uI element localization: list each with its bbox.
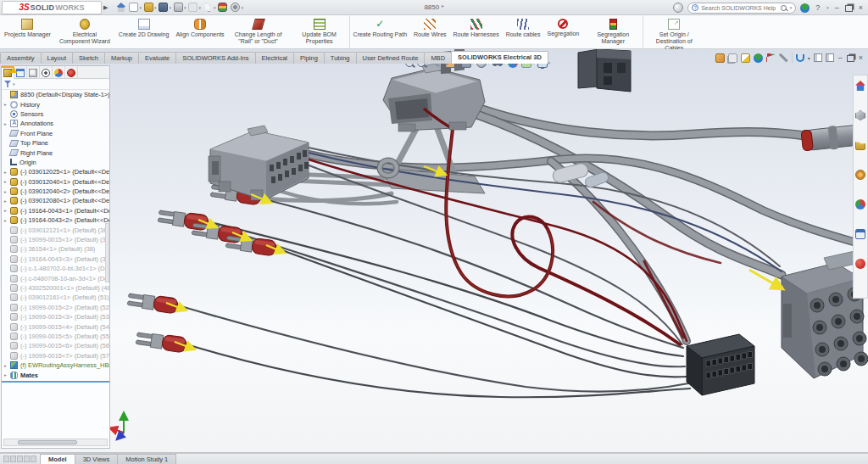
tree-row[interactable]: (-) 19164-0043<3> (Default) (39) <box>2 254 109 264</box>
view-palette-icon[interactable] <box>855 170 865 180</box>
set-origin-destination-button[interactable]: Set Origin / Destination of Cables <box>643 15 704 48</box>
tree-row[interactable]: (-) 19099-0015<3> (Default) (53) <box>2 312 109 321</box>
tree-row[interactable]: (-) 19099-0015<2> (Default) (52) <box>2 303 109 312</box>
route-harnesses-button[interactable]: Route Harnesses <box>450 15 503 48</box>
restore-button[interactable] <box>845 5 853 12</box>
study-tab[interactable]: 3D Views <box>75 454 119 464</box>
login-user-icon[interactable] <box>800 3 810 13</box>
home-icon[interactable] <box>116 3 126 12</box>
open-icon[interactable]: ▾ <box>144 3 157 12</box>
tree-row[interactable]: (-) 19099-0015<6> (Default) (56) <box>2 341 109 350</box>
tree-row[interactable]: (-) 039012161<1> (Default) (51) <box>2 293 109 302</box>
segregation-manager-button[interactable]: Segregation Manager <box>582 15 643 48</box>
command-tab[interactable]: SOLIDWORKS Add-Ins <box>175 52 255 64</box>
command-tab[interactable]: Assembly <box>0 52 42 64</box>
graphics-viewport[interactable] <box>0 49 868 453</box>
connector-dark-top-right[interactable] <box>578 49 631 92</box>
connector-black-16pin[interactable] <box>687 334 754 395</box>
expand-arrow-icon[interactable]: ▸ <box>4 208 10 213</box>
tree-row[interactable]: ▸ History <box>2 99 109 109</box>
dropdown-caret[interactable]: ▾ <box>241 5 243 10</box>
save-icon[interactable]: ▾ <box>159 3 171 12</box>
doc-minimize-button[interactable]: – <box>837 53 843 62</box>
dropdown-caret[interactable]: ▾ <box>548 60 551 65</box>
expand-arrow-icon[interactable]: ▸ <box>4 102 10 107</box>
tree-row[interactable]: (-) 19099-0015<4> (Default) (54) <box>2 321 109 331</box>
search-input[interactable] <box>701 5 777 11</box>
menu-flyout-icon[interactable]: ▶ <box>103 4 108 11</box>
rebuild-icon[interactable] <box>218 3 228 12</box>
tree-row[interactable]: (-) 039012121<1> (Default) (36) <box>2 225 109 234</box>
pane-toggle-icon[interactable] <box>814 53 822 62</box>
tree-row[interactable]: ▸ (f) EWRoutingAssyHarness_HB( <box>2 361 109 370</box>
segregation-button[interactable]: Segregation <box>544 15 583 48</box>
doc-close-button[interactable]: × <box>858 53 864 62</box>
route-wires-button[interactable]: Route Wires <box>410 15 450 48</box>
tree-row[interactable]: ▸ (-) 039012040<1> (Default<<Default <box>2 177 109 187</box>
nav-prev-button[interactable] <box>10 456 16 462</box>
user-icon[interactable] <box>754 53 763 63</box>
tree-row[interactable]: (-) c-0480708-10-an-3d<1> (Default <box>2 273 109 282</box>
tree-row[interactable]: (-) 36154<1> (Default) (38) <box>2 244 109 254</box>
nav-menu-button[interactable] <box>31 456 36 462</box>
help-button[interactable]: ? <box>814 1 821 14</box>
tree-row[interactable]: ▸ (-) 039012080<1> (Default<<Default <box>2 196 109 205</box>
search-caret-icon[interactable]: ▾ <box>790 5 793 10</box>
capture-icon[interactable] <box>715 53 725 63</box>
print-icon[interactable]: ▾ <box>174 3 186 12</box>
select-icon[interactable]: ▾ <box>203 3 216 12</box>
command-tab[interactable]: MBD <box>424 52 452 64</box>
appearances-scenes-icon[interactable] <box>855 199 865 210</box>
tree-row[interactable]: (-) 19099-0015<5> (Default) (55) <box>2 332 109 341</box>
tree-row[interactable]: Origin <box>2 158 109 167</box>
expand-arrow-icon[interactable]: ▸ <box>4 170 10 175</box>
pane-toggle-icon[interactable] <box>826 53 834 62</box>
tree-vertical-scrollbar[interactable] <box>105 223 109 282</box>
route-cables-button[interactable]: Route cables <box>503 15 544 48</box>
dimxpertmanager-tab[interactable] <box>40 66 53 79</box>
dropdown-caret[interactable]: ▾ <box>154 5 157 10</box>
doc-restore-button[interactable] <box>847 55 854 62</box>
tree-row[interactable]: ▸ Mates <box>2 370 109 379</box>
update-bom-properties-button[interactable]: Update BOM Properties <box>289 15 350 48</box>
command-tab[interactable]: Electrical <box>255 52 294 64</box>
change-length-button[interactable]: Change Length of "Rail" or "Duct" <box>228 15 289 48</box>
electrical-manager-tab[interactable] <box>65 66 78 79</box>
expand-arrow-icon[interactable]: ▸ <box>4 121 10 126</box>
command-tab[interactable]: Tubing <box>324 52 357 64</box>
options-icon[interactable]: ▾ <box>231 3 243 12</box>
filter-caret-icon[interactable]: ▾ <box>13 81 15 87</box>
nav-last-button[interactable] <box>24 456 30 462</box>
solidworks-forum-icon[interactable] <box>855 259 865 269</box>
expand-arrow-icon[interactable]: ▸ <box>4 179 10 184</box>
tree-row[interactable]: Front Plane <box>2 129 109 138</box>
tree-row[interactable]: ▸ (-) 039012040<2> (Default<<Default <box>2 187 109 196</box>
displaymanager-tab[interactable] <box>53 66 65 79</box>
help-caret-icon[interactable]: ▾ <box>826 5 829 10</box>
design-library-icon[interactable] <box>855 110 865 120</box>
scrollbar-thumb[interactable] <box>18 440 77 444</box>
dropdown-caret[interactable]: ▾ <box>169 5 171 10</box>
new-document-icon[interactable]: ▾ <box>129 3 142 12</box>
tree-row[interactable]: Right Plane <box>2 148 109 157</box>
file-explorer-icon[interactable] <box>855 140 865 150</box>
nav-first-button[interactable] <box>3 456 9 462</box>
dropdown-caret[interactable]: ▾ <box>214 5 216 10</box>
nav-next-button[interactable] <box>17 456 23 462</box>
tree-row[interactable]: Sensors <box>2 109 109 119</box>
connector-left-multipin[interactable] <box>209 126 309 200</box>
custom-properties-icon[interactable] <box>855 229 865 239</box>
tree-filter-row[interactable]: ▾ <box>2 79 109 90</box>
expand-arrow-icon[interactable]: ▸ <box>4 198 10 204</box>
tools-icon[interactable] <box>779 53 788 63</box>
tree-row[interactable]: ▸ Annotations <box>2 119 109 128</box>
dropdown-caret[interactable]: ▾ <box>184 5 186 10</box>
expand-arrow-icon[interactable]: ▸ <box>4 218 10 223</box>
expand-arrow-icon[interactable]: ▸ <box>4 372 10 377</box>
undo-icon[interactable]: ▾ <box>188 3 201 12</box>
command-tab[interactable]: Markup <box>104 52 139 64</box>
dropdown-caret[interactable]: ▾ <box>198 5 201 10</box>
search-icon[interactable] <box>781 5 787 11</box>
copy-settings-icon[interactable] <box>728 53 737 63</box>
sketch-icon[interactable] <box>796 54 804 62</box>
